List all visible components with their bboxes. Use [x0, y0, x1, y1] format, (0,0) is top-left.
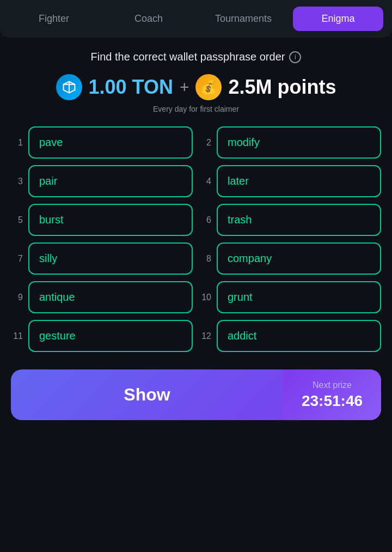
- word-item: 11gesture: [11, 320, 193, 352]
- word-box-2: modify: [217, 126, 381, 159]
- word-item: 9antique: [11, 281, 193, 313]
- nav-tab-fighter[interactable]: Fighter: [9, 7, 99, 31]
- word-number-2: 2: [199, 138, 211, 148]
- show-button[interactable]: Show: [11, 369, 283, 420]
- word-item: 3pair: [11, 165, 193, 197]
- info-icon[interactable]: i: [289, 51, 301, 63]
- main-content: Find the correct wallet passphrase order…: [0, 38, 392, 433]
- plus-sign: +: [180, 78, 189, 96]
- word-number-6: 6: [199, 215, 211, 225]
- word-item: 4later: [199, 165, 381, 197]
- word-box-1: pave: [28, 126, 193, 159]
- ton-icon: [56, 74, 82, 100]
- word-box-10: grunt: [217, 281, 381, 313]
- nav-tab-coach[interactable]: Coach: [103, 7, 194, 31]
- word-box-9: antique: [28, 281, 193, 313]
- word-number-1: 1: [11, 138, 23, 148]
- word-box-5: burst: [28, 204, 193, 236]
- word-number-4: 4: [199, 177, 211, 186]
- word-item: 7silly: [11, 242, 193, 275]
- word-box-6: trash: [217, 204, 381, 236]
- word-box-12: addict: [217, 320, 381, 352]
- word-grid: 1pave2modify3pair4later5burst6trash7sill…: [11, 126, 381, 352]
- prize-subtitle: Every day for first claimer: [153, 105, 239, 113]
- word-number-5: 5: [11, 215, 23, 225]
- word-item: 2modify: [199, 126, 381, 159]
- next-prize-label: Next prize: [313, 380, 352, 390]
- word-number-12: 12: [199, 331, 211, 341]
- instruction-text: Find the correct wallet passphrase order…: [91, 51, 302, 63]
- word-number-9: 9: [11, 293, 23, 302]
- next-prize-section: Next prize 23:51:46: [283, 369, 381, 420]
- bottom-bar: Show Next prize 23:51:46: [11, 369, 381, 420]
- next-prize-timer: 23:51:46: [302, 392, 363, 410]
- navigation-bar: FighterCoachTournamentsEnigma: [0, 0, 392, 38]
- word-box-8: company: [217, 242, 381, 275]
- word-item: 12addict: [199, 320, 381, 352]
- word-item: 8company: [199, 242, 381, 275]
- word-number-8: 8: [199, 254, 211, 264]
- nav-tab-tournaments[interactable]: Tournaments: [198, 7, 289, 31]
- word-box-3: pair: [28, 165, 193, 197]
- instruction-label: Find the correct wallet passphrase order: [91, 51, 285, 63]
- word-item: 10grunt: [199, 281, 381, 313]
- word-box-7: silly: [28, 242, 193, 275]
- nav-tab-enigma[interactable]: Enigma: [293, 7, 383, 31]
- word-number-10: 10: [199, 293, 211, 302]
- word-item: 1pave: [11, 126, 193, 159]
- word-item: 6trash: [199, 204, 381, 236]
- word-item: 5burst: [11, 204, 193, 236]
- word-box-11: gesture: [28, 320, 193, 352]
- coin-icon: 💰: [195, 74, 222, 100]
- word-box-4: later: [217, 165, 381, 197]
- points-amount: 2.5M points: [228, 76, 336, 99]
- ton-amount: 1.00 TON: [89, 76, 173, 99]
- word-number-11: 11: [11, 331, 23, 341]
- word-number-3: 3: [11, 177, 23, 186]
- word-number-7: 7: [11, 254, 23, 264]
- prize-row: 1.00 TON + 💰 2.5M points: [56, 74, 336, 100]
